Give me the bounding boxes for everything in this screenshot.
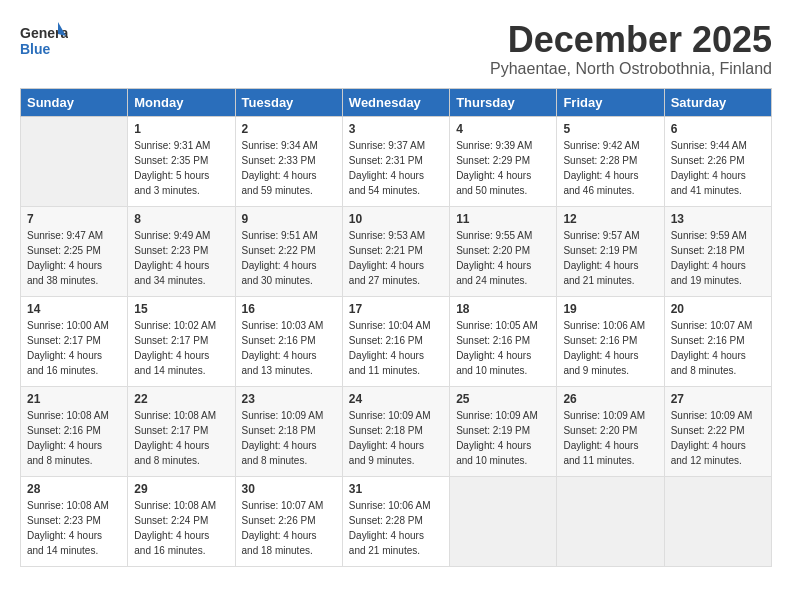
day-number: 20 [671,302,765,316]
svg-text:Blue: Blue [20,41,51,57]
day-number: 15 [134,302,228,316]
location-title: Pyhaentae, North Ostrobothnia, Finland [490,60,772,78]
calendar-cell-w3-d1: 14Sunrise: 10:00 AM Sunset: 2:17 PM Dayl… [21,296,128,386]
day-info: Sunrise: 10:02 AM Sunset: 2:17 PM Daylig… [134,318,228,378]
week-row-1: 1Sunrise: 9:31 AM Sunset: 2:35 PM Daylig… [21,116,772,206]
day-number: 2 [242,122,336,136]
day-number: 10 [349,212,443,226]
day-number: 22 [134,392,228,406]
calendar-cell-w4-d7: 27Sunrise: 10:09 AM Sunset: 2:22 PM Dayl… [664,386,771,476]
day-info: Sunrise: 9:44 AM Sunset: 2:26 PM Dayligh… [671,138,765,198]
day-info: Sunrise: 10:07 AM Sunset: 2:16 PM Daylig… [671,318,765,378]
calendar-cell-w2-d3: 9Sunrise: 9:51 AM Sunset: 2:22 PM Daylig… [235,206,342,296]
day-info: Sunrise: 10:07 AM Sunset: 2:26 PM Daylig… [242,498,336,558]
calendar-cell-w3-d6: 19Sunrise: 10:06 AM Sunset: 2:16 PM Dayl… [557,296,664,386]
day-info: Sunrise: 10:08 AM Sunset: 2:23 PM Daylig… [27,498,121,558]
day-info: Sunrise: 9:55 AM Sunset: 2:20 PM Dayligh… [456,228,550,288]
header-wednesday: Wednesday [342,88,449,116]
calendar-cell-w3-d7: 20Sunrise: 10:07 AM Sunset: 2:16 PM Dayl… [664,296,771,386]
day-number: 21 [27,392,121,406]
calendar-cell-w1-d5: 4Sunrise: 9:39 AM Sunset: 2:29 PM Daylig… [450,116,557,206]
day-number: 4 [456,122,550,136]
day-info: Sunrise: 10:06 AM Sunset: 2:16 PM Daylig… [563,318,657,378]
day-number: 8 [134,212,228,226]
week-row-5: 28Sunrise: 10:08 AM Sunset: 2:23 PM Dayl… [21,476,772,566]
day-number: 31 [349,482,443,496]
day-number: 23 [242,392,336,406]
day-info: Sunrise: 10:05 AM Sunset: 2:16 PM Daylig… [456,318,550,378]
calendar-cell-w4-d5: 25Sunrise: 10:09 AM Sunset: 2:19 PM Dayl… [450,386,557,476]
day-info: Sunrise: 9:34 AM Sunset: 2:33 PM Dayligh… [242,138,336,198]
calendar-cell-w2-d6: 12Sunrise: 9:57 AM Sunset: 2:19 PM Dayli… [557,206,664,296]
day-info: Sunrise: 10:00 AM Sunset: 2:17 PM Daylig… [27,318,121,378]
day-number: 12 [563,212,657,226]
calendar-cell-w1-d7: 6Sunrise: 9:44 AM Sunset: 2:26 PM Daylig… [664,116,771,206]
calendar-cell-w3-d3: 16Sunrise: 10:03 AM Sunset: 2:16 PM Dayl… [235,296,342,386]
calendar-cell-w5-d4: 31Sunrise: 10:06 AM Sunset: 2:28 PM Dayl… [342,476,449,566]
calendar-cell-w2-d7: 13Sunrise: 9:59 AM Sunset: 2:18 PM Dayli… [664,206,771,296]
calendar-cell-w4-d4: 24Sunrise: 10:09 AM Sunset: 2:18 PM Dayl… [342,386,449,476]
day-info: Sunrise: 9:39 AM Sunset: 2:29 PM Dayligh… [456,138,550,198]
day-info: Sunrise: 10:08 AM Sunset: 2:24 PM Daylig… [134,498,228,558]
calendar-cell-w4-d1: 21Sunrise: 10:08 AM Sunset: 2:16 PM Dayl… [21,386,128,476]
day-number: 9 [242,212,336,226]
calendar-cell-w4-d3: 23Sunrise: 10:09 AM Sunset: 2:18 PM Dayl… [235,386,342,476]
day-info: Sunrise: 10:09 AM Sunset: 2:18 PM Daylig… [242,408,336,468]
calendar-cell-w5-d6 [557,476,664,566]
header-saturday: Saturday [664,88,771,116]
day-number: 28 [27,482,121,496]
day-info: Sunrise: 9:42 AM Sunset: 2:28 PM Dayligh… [563,138,657,198]
title-area: December 2025 Pyhaentae, North Ostroboth… [490,20,772,78]
calendar-cell-w5-d1: 28Sunrise: 10:08 AM Sunset: 2:23 PM Dayl… [21,476,128,566]
day-info: Sunrise: 10:09 AM Sunset: 2:22 PM Daylig… [671,408,765,468]
header-tuesday: Tuesday [235,88,342,116]
day-info: Sunrise: 10:04 AM Sunset: 2:16 PM Daylig… [349,318,443,378]
day-info: Sunrise: 10:03 AM Sunset: 2:16 PM Daylig… [242,318,336,378]
header-monday: Monday [128,88,235,116]
day-number: 3 [349,122,443,136]
calendar-cell-w1-d3: 2Sunrise: 9:34 AM Sunset: 2:33 PM Daylig… [235,116,342,206]
calendar-cell-w5-d7 [664,476,771,566]
day-info: Sunrise: 10:09 AM Sunset: 2:20 PM Daylig… [563,408,657,468]
calendar-cell-w1-d6: 5Sunrise: 9:42 AM Sunset: 2:28 PM Daylig… [557,116,664,206]
day-number: 16 [242,302,336,316]
header-thursday: Thursday [450,88,557,116]
header-friday: Friday [557,88,664,116]
day-number: 14 [27,302,121,316]
day-info: Sunrise: 10:09 AM Sunset: 2:18 PM Daylig… [349,408,443,468]
day-number: 17 [349,302,443,316]
day-number: 5 [563,122,657,136]
logo-svg: General Blue [20,20,68,64]
calendar-cell-w1-d2: 1Sunrise: 9:31 AM Sunset: 2:35 PM Daylig… [128,116,235,206]
day-number: 27 [671,392,765,406]
day-number: 1 [134,122,228,136]
day-info: Sunrise: 10:09 AM Sunset: 2:19 PM Daylig… [456,408,550,468]
day-number: 29 [134,482,228,496]
calendar-cell-w3-d4: 17Sunrise: 10:04 AM Sunset: 2:16 PM Dayl… [342,296,449,386]
day-number: 13 [671,212,765,226]
calendar-cell-w2-d2: 8Sunrise: 9:49 AM Sunset: 2:23 PM Daylig… [128,206,235,296]
day-number: 6 [671,122,765,136]
calendar-cell-w5-d5 [450,476,557,566]
month-title: December 2025 [490,20,772,60]
day-info: Sunrise: 9:59 AM Sunset: 2:18 PM Dayligh… [671,228,765,288]
day-info: Sunrise: 9:31 AM Sunset: 2:35 PM Dayligh… [134,138,228,198]
calendar-cell-w2-d5: 11Sunrise: 9:55 AM Sunset: 2:20 PM Dayli… [450,206,557,296]
week-row-3: 14Sunrise: 10:00 AM Sunset: 2:17 PM Dayl… [21,296,772,386]
calendar-table: SundayMondayTuesdayWednesdayThursdayFrid… [20,88,772,567]
calendar-cell-w5-d3: 30Sunrise: 10:07 AM Sunset: 2:26 PM Dayl… [235,476,342,566]
calendar-cell-w1-d1 [21,116,128,206]
day-number: 7 [27,212,121,226]
day-info: Sunrise: 10:06 AM Sunset: 2:28 PM Daylig… [349,498,443,558]
calendar-cell-w4-d2: 22Sunrise: 10:08 AM Sunset: 2:17 PM Dayl… [128,386,235,476]
day-number: 26 [563,392,657,406]
week-row-2: 7Sunrise: 9:47 AM Sunset: 2:25 PM Daylig… [21,206,772,296]
header-sunday: Sunday [21,88,128,116]
calendar-cell-w4-d6: 26Sunrise: 10:09 AM Sunset: 2:20 PM Dayl… [557,386,664,476]
day-info: Sunrise: 9:47 AM Sunset: 2:25 PM Dayligh… [27,228,121,288]
header-row: SundayMondayTuesdayWednesdayThursdayFrid… [21,88,772,116]
day-info: Sunrise: 9:49 AM Sunset: 2:23 PM Dayligh… [134,228,228,288]
day-info: Sunrise: 10:08 AM Sunset: 2:17 PM Daylig… [134,408,228,468]
calendar-cell-w2-d1: 7Sunrise: 9:47 AM Sunset: 2:25 PM Daylig… [21,206,128,296]
calendar-cell-w3-d2: 15Sunrise: 10:02 AM Sunset: 2:17 PM Dayl… [128,296,235,386]
